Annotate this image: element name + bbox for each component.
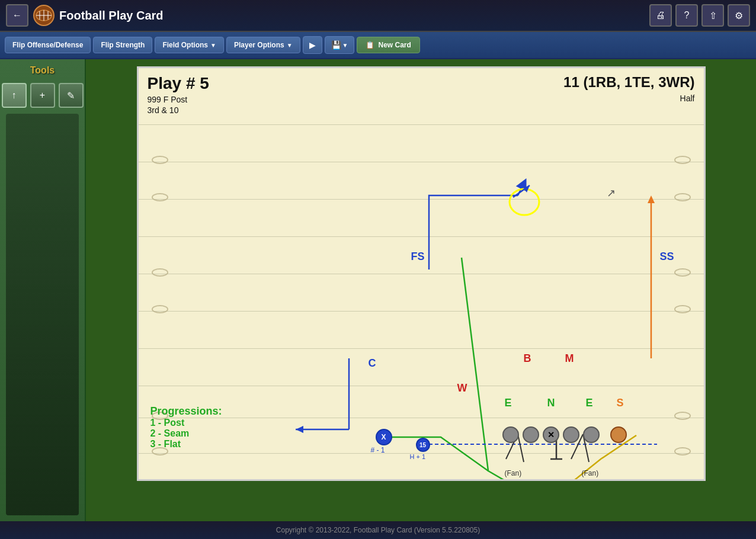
x-number: # - 1: [371, 446, 385, 454]
settings-button[interactable]: ⚙: [728, 4, 750, 27]
save-button[interactable]: 💾 ▼: [325, 36, 355, 54]
c-left-label: C: [369, 357, 376, 370]
cursor: ↗: [607, 187, 616, 200]
new-card-label: New Card: [378, 41, 411, 49]
player-options-arrow: ▼: [287, 42, 293, 49]
sidebar: Tools ↑ + ✎: [0, 59, 86, 521]
svg-line-17: [518, 434, 524, 462]
lg-circle: [523, 426, 539, 443]
te-15-circle: 15: [416, 438, 430, 452]
e-right-label: E: [586, 397, 593, 409]
x-receiver-circle: X: [376, 429, 392, 445]
tool-buttons: ↑ + ✎: [2, 83, 84, 108]
fan-label-right: (Fan): [582, 469, 599, 477]
football-field[interactable]: Play # 5 999 F Post 3rd & 10 11 (1RB, 1T…: [137, 66, 706, 481]
help-button[interactable]: ?: [675, 4, 698, 27]
strong-player-circle: [610, 426, 627, 443]
progression-3: 3 - Flat: [150, 439, 222, 450]
e-left-label: E: [505, 397, 512, 409]
w-label: W: [457, 382, 467, 394]
back-button[interactable]: ←: [6, 4, 28, 27]
header: ← Football Play Card 🖨 ? ⇧ ⚙: [0, 0, 756, 32]
progressions-title: Progressions:: [150, 405, 222, 418]
rg-circle: [563, 426, 579, 443]
main-content: Tools ↑ + ✎: [0, 59, 756, 521]
field-options-button[interactable]: Field Options ▼: [155, 37, 224, 53]
progression-1: 1 - Post: [150, 418, 222, 428]
m-label: M: [565, 352, 574, 365]
rt-circle: [583, 426, 600, 443]
header-icons: 🖨 ? ⇧ ⚙: [649, 4, 750, 27]
svg-point-6: [510, 189, 539, 215]
add-player-button[interactable]: +: [30, 83, 55, 108]
field-options-arrow: ▼: [210, 42, 216, 49]
play-diagram-svg: [139, 68, 704, 479]
draw-tool-button[interactable]: ✎: [59, 83, 84, 108]
sidebar-background: [6, 114, 79, 515]
app-logo: [33, 5, 55, 26]
flip-strength-button[interactable]: Flip Strength: [93, 37, 152, 53]
svg-marker-14: [648, 195, 655, 203]
lt-circle: [502, 426, 519, 443]
copyright-text: Copyright © 2013-2022, Football Play Car…: [276, 526, 480, 534]
field-container: Play # 5 999 F Post 3rd & 10 11 (1RB, 1T…: [86, 59, 756, 521]
new-card-button[interactable]: 📋 New Card: [357, 37, 419, 53]
fs-label: FS: [411, 251, 425, 263]
b-label: B: [524, 352, 531, 365]
flip-offense-defense-button[interactable]: Flip Offense/Defense: [5, 37, 91, 53]
share-button[interactable]: ⇧: [701, 4, 724, 27]
app-title: Football Play Card: [59, 9, 649, 23]
center-circle: ✕: [543, 426, 559, 443]
select-tool-button[interactable]: ↑: [2, 83, 27, 108]
footer: Copyright © 2013-2022, Football Play Car…: [0, 521, 756, 539]
n-label: N: [547, 397, 555, 409]
tools-label: Tools: [30, 65, 55, 76]
print-button[interactable]: 🖨: [649, 4, 672, 27]
ss-label: SS: [660, 251, 674, 263]
new-card-icon: 📋: [366, 41, 374, 49]
te-15-sub: H + 1: [410, 453, 426, 460]
video-button[interactable]: ▶: [303, 36, 322, 54]
toolbar: Flip Offense/Defense Flip Strength Field…: [0, 32, 756, 59]
progressions: Progressions: 1 - Post 2 - Seam 3 - Flat: [150, 405, 222, 450]
fan-label-left: (Fan): [505, 469, 522, 477]
progression-2: 2 - Seam: [150, 428, 222, 439]
s-label: S: [617, 397, 624, 409]
svg-marker-10: [296, 426, 303, 433]
player-options-button[interactable]: Player Options ▼: [226, 37, 300, 53]
